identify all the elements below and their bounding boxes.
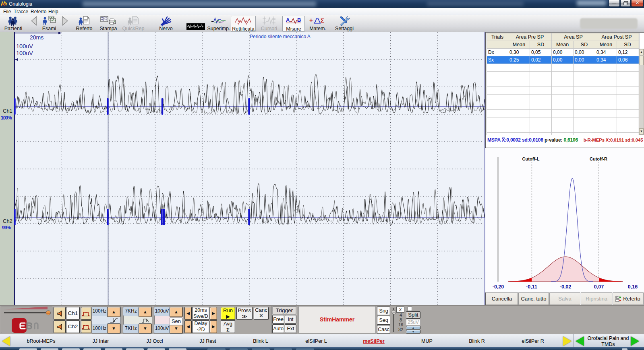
svg-text:-0,20: -0,20 [493,284,504,290]
svg-text:-0,11: -0,11 [526,284,537,290]
svg-text:+: + [309,16,313,23]
svg-text:Cutoff-L: Cutoff-L [522,156,540,161]
svg-text:A: A [286,17,290,23]
svg-text:0,16: 0,16 [628,284,638,290]
svg-text:Cutoff-R: Cutoff-R [590,156,607,161]
svg-text:0,07: 0,07 [594,284,604,290]
svg-text:Σ: Σ [321,17,324,24]
svg-text:-0,02: -0,02 [560,284,572,290]
